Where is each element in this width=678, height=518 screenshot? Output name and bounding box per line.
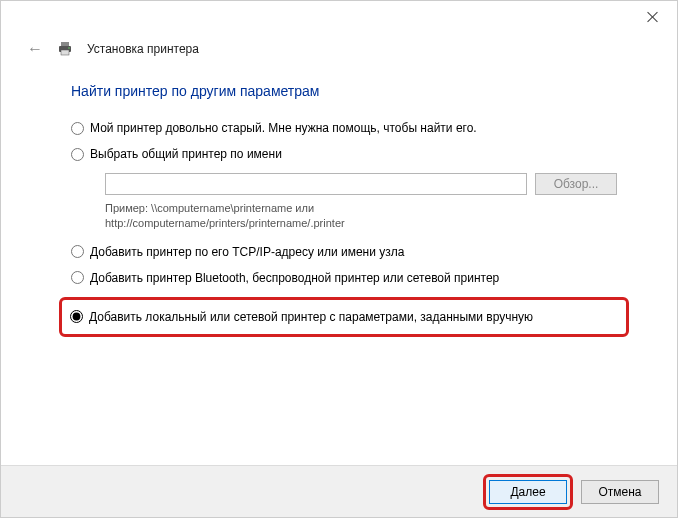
header-row: ← Установка принтера [1,37,677,65]
option-old-printer-label: Мой принтер довольно старый. Мне нужна п… [90,121,477,135]
option-tcpip[interactable]: Добавить принтер по его TCP/IP-адресу ил… [71,245,617,259]
radio-tcpip[interactable] [71,245,84,258]
close-icon[interactable] [647,11,659,23]
option-shared-by-name-label: Выбрать общий принтер по имени [90,147,282,161]
printer-icon [57,41,73,57]
share-name-input[interactable] [105,173,527,195]
highlight-next-button: Далее [483,474,573,510]
share-name-row: Обзор... [105,173,617,195]
wizard-title: Установка принтера [87,42,199,56]
radio-bluetooth[interactable] [71,271,84,284]
share-name-hint: Пример: \\computername\printername или h… [105,201,617,231]
radio-shared-by-name[interactable] [71,148,84,161]
svg-rect-0 [61,42,69,46]
browse-button: Обзор... [535,173,617,195]
radio-old-printer[interactable] [71,122,84,135]
option-bluetooth-label: Добавить принтер Bluetooth, беспроводной… [90,271,499,285]
option-tcpip-label: Добавить принтер по его TCP/IP-адресу ил… [90,245,404,259]
hint-line1: Пример: \\computername\printername или [105,202,314,214]
next-button[interactable]: Далее [489,480,567,504]
option-bluetooth[interactable]: Добавить принтер Bluetooth, беспроводной… [71,271,617,285]
svg-rect-2 [61,50,69,55]
page-heading: Найти принтер по другим параметрам [1,65,677,121]
svg-point-3 [68,47,70,49]
hint-line2: http://computername/printers/printername… [105,217,345,229]
titlebar [1,1,677,37]
options-area: Мой принтер довольно старый. Мне нужна п… [1,121,677,337]
shared-name-subblock: Обзор... Пример: \\computername\printern… [105,173,617,231]
option-old-printer[interactable]: Мой принтер довольно старый. Мне нужна п… [71,121,617,135]
option-local-manual-label: Добавить локальный или сетевой принтер с… [89,310,533,324]
footer: Далее Отмена [1,465,677,517]
option-shared-by-name[interactable]: Выбрать общий принтер по имени [71,147,617,161]
back-arrow-icon[interactable]: ← [27,41,43,57]
cancel-button[interactable]: Отмена [581,480,659,504]
radio-local-manual[interactable] [70,310,83,323]
highlight-selected-option: Добавить локальный или сетевой принтер с… [59,297,629,337]
option-local-manual[interactable]: Добавить локальный или сетевой принтер с… [70,310,618,324]
